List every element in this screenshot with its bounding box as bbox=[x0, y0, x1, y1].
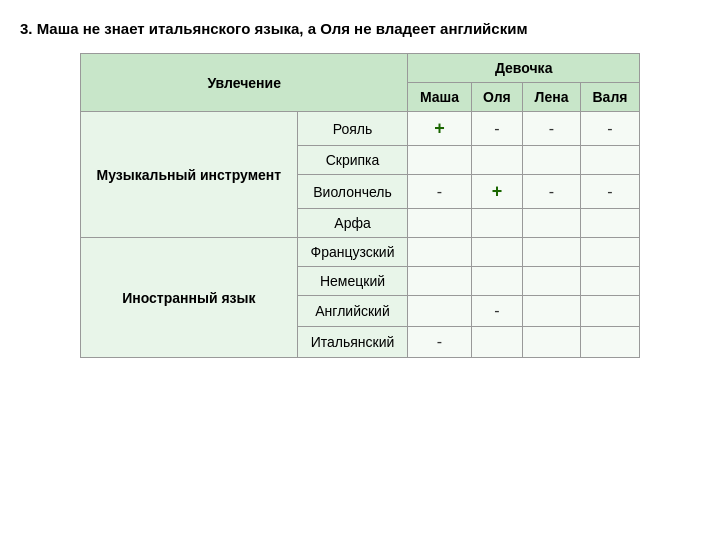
cell-0-0-2: - bbox=[523, 112, 581, 146]
cell-0-0-3: - bbox=[580, 112, 639, 146]
cell-1-1-3 bbox=[580, 267, 639, 296]
cell-0-1-3 bbox=[580, 146, 639, 175]
cell-1-3-3 bbox=[580, 327, 639, 358]
cell-0-0-1: - bbox=[471, 112, 522, 146]
cell-1-1-1 bbox=[471, 267, 522, 296]
cell-1-2-3 bbox=[580, 296, 639, 327]
cell-0-3-0 bbox=[408, 209, 471, 238]
item-label-0-0: Рояль bbox=[297, 112, 408, 146]
item-label-0-3: Арфа bbox=[297, 209, 408, 238]
cell-0-3-1 bbox=[471, 209, 522, 238]
cell-1-0-1 bbox=[471, 238, 522, 267]
col-header-hobby: Увлечение bbox=[81, 54, 408, 112]
item-label-0-1: Скрипка bbox=[297, 146, 408, 175]
cell-1-3-2 bbox=[523, 327, 581, 358]
girl-name-olya: Оля bbox=[471, 83, 522, 112]
item-label-1-1: Немецкий bbox=[297, 267, 408, 296]
cell-0-1-0 bbox=[408, 146, 471, 175]
cell-0-3-2 bbox=[523, 209, 581, 238]
girl-name-masha: Маша bbox=[408, 83, 471, 112]
cell-0-1-1 bbox=[471, 146, 522, 175]
cell-1-2-1: - bbox=[471, 296, 522, 327]
cell-0-2-0: - bbox=[408, 175, 471, 209]
cell-0-1-2 bbox=[523, 146, 581, 175]
item-label-1-2: Английский bbox=[297, 296, 408, 327]
cell-0-3-3 bbox=[580, 209, 639, 238]
cell-1-0-2 bbox=[523, 238, 581, 267]
cell-0-2-3: - bbox=[580, 175, 639, 209]
page-title: 3. Маша не знает итальянского языка, а О… bbox=[20, 20, 700, 37]
girl-name-valya: Валя bbox=[580, 83, 639, 112]
item-label-0-2: Виолончель bbox=[297, 175, 408, 209]
cell-1-1-0 bbox=[408, 267, 471, 296]
cell-1-0-0 bbox=[408, 238, 471, 267]
girl-name-lena: Лена bbox=[523, 83, 581, 112]
col-header-girl: Девочка bbox=[408, 54, 640, 83]
item-label-1-3: Итальянский bbox=[297, 327, 408, 358]
main-table: Увлечение Девочка Маша Оля Лена Валя Муз… bbox=[80, 53, 640, 358]
cell-0-2-2: - bbox=[523, 175, 581, 209]
category-1: Иностранный язык bbox=[81, 238, 298, 358]
table-row: Музыкальный инструментРояль+--- bbox=[81, 112, 640, 146]
cell-1-2-0 bbox=[408, 296, 471, 327]
item-label-1-0: Французский bbox=[297, 238, 408, 267]
cell-0-2-1: + bbox=[471, 175, 522, 209]
table-row: Иностранный языкФранцузский bbox=[81, 238, 640, 267]
cell-1-0-3 bbox=[580, 238, 639, 267]
table-wrapper: Увлечение Девочка Маша Оля Лена Валя Муз… bbox=[20, 53, 700, 358]
cell-1-1-2 bbox=[523, 267, 581, 296]
cell-1-3-0: - bbox=[408, 327, 471, 358]
cell-1-2-2 bbox=[523, 296, 581, 327]
category-0: Музыкальный инструмент bbox=[81, 112, 298, 238]
cell-1-3-1 bbox=[471, 327, 522, 358]
cell-0-0-0: + bbox=[408, 112, 471, 146]
